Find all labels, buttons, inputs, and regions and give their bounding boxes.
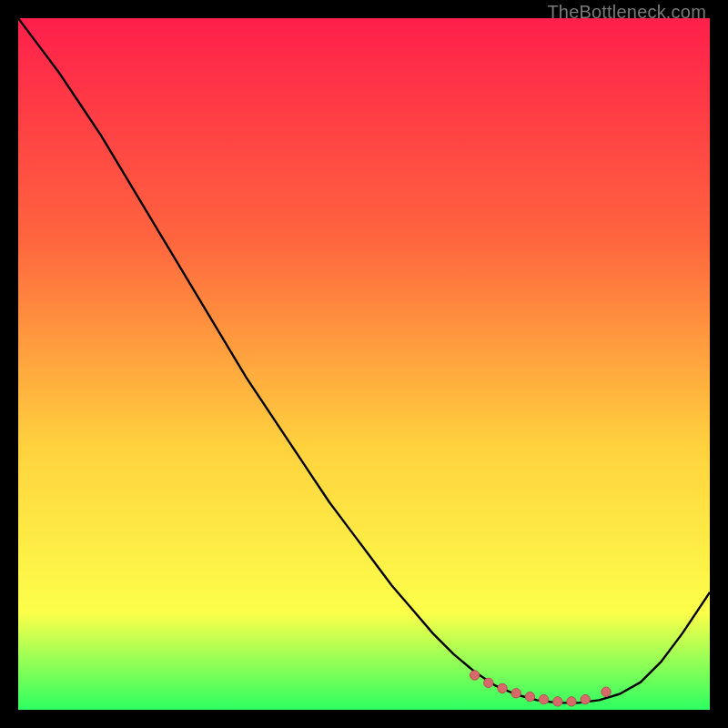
marker-point [470, 671, 479, 680]
bottleneck-chart [18, 18, 710, 710]
marker-point [567, 697, 576, 706]
marker-point [539, 694, 548, 703]
gradient-background [18, 18, 710, 710]
marker-point [511, 689, 521, 698]
marker-point [525, 692, 534, 701]
marker-point [602, 687, 611, 696]
marker-point [484, 678, 493, 687]
marker-point [553, 697, 562, 706]
marker-point [581, 694, 590, 703]
marker-point [498, 683, 507, 693]
chart-frame [18, 18, 710, 710]
